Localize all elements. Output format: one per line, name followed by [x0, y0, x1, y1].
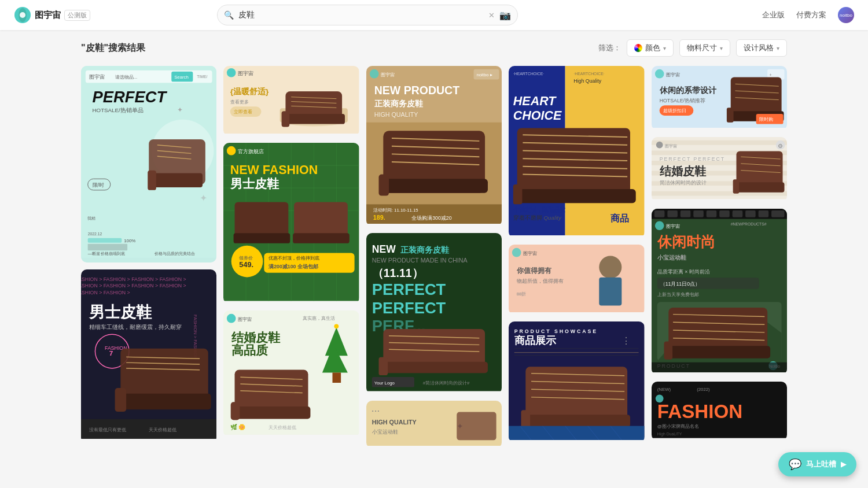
svg-rect-26	[88, 238, 122, 243]
svg-rect-81	[293, 233, 350, 243]
svg-text:结婚皮鞋: 结婚皮鞋	[231, 330, 281, 344]
filter-label: 筛选：	[598, 43, 621, 53]
svg-rect-96	[333, 372, 341, 383]
svg-rect-158	[513, 184, 523, 204]
svg-text:High DuaLiTY: High DuaLiTY	[657, 432, 682, 437]
svg-point-169	[512, 248, 521, 257]
svg-text:🌿 🌼: 🌿 🌼	[230, 423, 247, 431]
svg-text:#简洁休闲时尚的设计#: #简洁休闲时尚的设计#	[422, 380, 469, 386]
svg-rect-244	[771, 210, 784, 217]
nav-enterprise[interactable]: 企业版	[762, 10, 785, 20]
svg-rect-228	[734, 183, 784, 193]
chevron-down-icon-2: ▾	[720, 45, 723, 51]
card-you-deserve[interactable]: 图宇宙 你值得拥有 物超所值，值得拥有 88折	[509, 245, 644, 315]
card-mens-shoe[interactable]: FASHION > FASHION > FASHION > FASHION > …	[81, 269, 216, 443]
svg-rect-237	[680, 210, 690, 217]
svg-text:上新当天享免费包邮: 上新当天享免费包邮	[657, 292, 698, 297]
search-input[interactable]	[217, 5, 518, 25]
svg-text:·HEARTCHOICE·: ·HEARTCHOICE·	[513, 72, 544, 76]
card-fashion-2022[interactable]: (NEW) (2022) FASHION @图小宋牌商品名名 High DuaL…	[652, 382, 787, 441]
svg-text:noitbo ▸: noitbo ▸	[476, 72, 492, 77]
svg-text:(NEW): (NEW)	[657, 387, 671, 392]
svg-rect-229	[733, 180, 739, 194]
svg-rect-243	[758, 210, 768, 217]
svg-rect-258	[664, 341, 672, 359]
svg-text:男士皮鞋: 男士皮鞋	[230, 177, 279, 191]
svg-rect-100	[231, 402, 240, 420]
svg-text:图宇宙: 图宇宙	[665, 144, 677, 148]
svg-rect-117	[378, 175, 389, 196]
svg-text:⋮: ⋮	[622, 336, 631, 346]
filter-bar: 筛选： 颜色 ▾ 物料尺寸 ▾ 设计风格 ▾	[598, 39, 787, 57]
card-new-fashion[interactable]: 官方旗舰店 NEW FASHION 男士皮鞋 领券价 549. 优惠不封顶，价格…	[223, 143, 359, 303]
svg-text:PERFECT: PERFECT	[372, 299, 446, 317]
svg-text:88折: 88折	[517, 291, 527, 297]
svg-text:图宇宙: 图宇宙	[666, 72, 680, 77]
svg-rect-57	[282, 111, 290, 127]
card-warm-comfortable[interactable]: 图宇宙 {温暖舒适} 查看更多 立即查看	[223, 66, 359, 136]
camera-icon[interactable]: 📷	[499, 10, 511, 21]
logo-icon	[14, 6, 31, 24]
filter-style-label: 设计风格	[744, 43, 774, 53]
svg-text:正装商务皮鞋: 正装商务皮鞋	[374, 99, 423, 108]
card-product-showcase[interactable]: PRODUCT SHOWCASE 商品展示 ⋮	[509, 321, 644, 442]
svg-text:图宇宙: 图宇宙	[524, 251, 538, 256]
svg-text:—断崖 价格崩塌到底: —断崖 价格崩塌到底	[88, 252, 126, 256]
svg-text:HEART: HEART	[513, 94, 557, 108]
svg-text:品质零距离 × 时尚前沿: 品质零距离 × 时尚前沿	[657, 269, 709, 275]
svg-point-107	[370, 69, 379, 79]
results-grid: 图宇宙 请选物品... Search TIME/ PERFECT HOTSALE…	[0, 61, 868, 471]
card-new-product-main[interactable]: 图宇宙 noitbo ▸ NEW PRODUCT 正装商务皮鞋 HIGH QUA…	[366, 66, 502, 226]
col-5: 图宇宙 + 休闲的系带设计 HOTSALE/热销推荐 超级折扣日 限时购	[652, 66, 787, 441]
svg-text:HOTSALE/热销单品: HOTSALE/热销单品	[93, 107, 144, 113]
svg-text:189.: 189.	[373, 214, 385, 221]
card-high-quality-small[interactable]: • • • HIGH QUALITY 小宝运动鞋 ✦	[366, 401, 502, 448]
card-wedding-green[interactable]: 图宇宙 真实惠，真生活 结婚皮鞋 高品质 🌿 🌼 天天价格超低	[223, 310, 359, 437]
svg-rect-15	[152, 173, 203, 187]
svg-point-197	[654, 69, 664, 79]
search-icon: 🔍	[224, 10, 234, 20]
chat-bubble[interactable]: 💬 马上吐槽 ▶	[778, 452, 856, 476]
svg-rect-182	[523, 415, 631, 427]
svg-text:+: +	[769, 72, 772, 77]
filter-color[interactable]: 颜色 ▾	[627, 39, 674, 57]
card-wedding-minimal[interactable]: 图宇宙 ⚙ PERFECT PERFECT 结婚皮鞋 简洁休闲时尚的设计	[652, 137, 787, 201]
card-leisure-design[interactable]: 图宇宙 + 休闲的系带设计 HOTSALE/热销推荐 超级折扣日 限时购	[652, 66, 787, 130]
svg-rect-238	[693, 210, 704, 217]
avatar[interactable]: noitbo	[838, 7, 854, 23]
svg-rect-236	[667, 210, 678, 217]
nav-pricing[interactable]: 付费方案	[796, 10, 826, 20]
svg-text:PRODUCT SHOWCASE: PRODUCT SHOWCASE	[514, 328, 598, 334]
svg-text:限时购: 限时购	[759, 117, 773, 122]
svg-text:NEW: NEW	[372, 244, 396, 256]
svg-point-220	[656, 142, 663, 149]
svg-text:查看更多: 查看更多	[230, 99, 249, 105]
card-1111-shoes[interactable]: NEW 正装商务皮鞋 NEW PRODUCT MADE IN CHINA （11…	[366, 233, 502, 393]
svg-rect-28	[88, 244, 127, 251]
svg-text:图宇宙: 图宇宙	[666, 224, 680, 229]
svg-rect-148	[457, 412, 496, 440]
filter-size[interactable]: 物料尺寸 ▾	[679, 39, 730, 57]
svg-text:优惠不封顶，价格摔到底: 优惠不封顶，价格摔到底	[269, 256, 320, 261]
svg-text:物超所值，值得拥有: 物超所值，值得拥有	[517, 278, 564, 284]
logo-area[interactable]: 图宇宙 公测版	[14, 6, 90, 24]
svg-rect-56	[283, 114, 345, 124]
svg-text:7: 7	[109, 349, 113, 357]
clear-icon[interactable]: ✕	[488, 11, 495, 20]
svg-rect-207	[726, 108, 733, 122]
svg-text:请选物品...: 请选物品...	[115, 75, 138, 80]
svg-text:✦: ✦	[177, 106, 183, 113]
svg-text:图宇宙: 图宇宙	[89, 74, 105, 80]
svg-text:FASHION: FASHION	[657, 401, 742, 423]
svg-text:图宇宙: 图宇宙	[238, 316, 252, 321]
card-perfect[interactable]: 图宇宙 请选物品... Search TIME/ PERFECT HOTSALE…	[81, 66, 216, 263]
svg-text:(2022): (2022)	[697, 387, 710, 392]
card-heart-choice[interactable]: ·HEARTCHOICE· ·HEARTCHOICE· HEART CHOICE…	[509, 66, 644, 238]
svg-text:TIME/: TIME/	[197, 75, 207, 79]
svg-text:精细车工缝线，耐磨缓震，持久耐穿: 精细车工缝线，耐磨缓震，持久耐穿	[89, 324, 182, 330]
svg-text:FASHION > FASHION > FASHION > : FASHION > FASHION > FASHION > FASHION >	[81, 283, 186, 289]
svg-text:⚙: ⚙	[777, 143, 782, 149]
card-leisure-sport-film[interactable]: 图宇宙 #NEWPRODUCTS# 休闲时尚 小宝运动鞋 品质零距离 × 时尚前…	[652, 209, 787, 375]
filter-style[interactable]: 设计风格 ▾	[736, 39, 787, 57]
svg-rect-172	[599, 278, 621, 306]
